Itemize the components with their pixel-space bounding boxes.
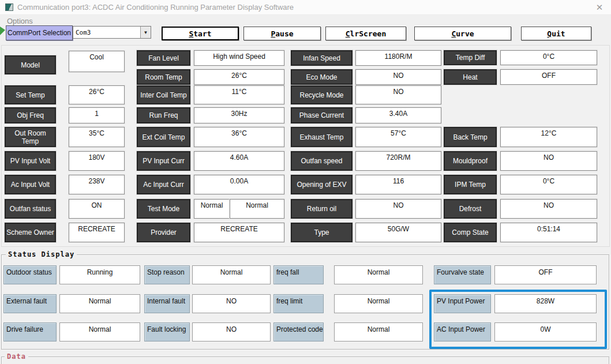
param-label-provider: Provider: [137, 223, 190, 242]
status-label-stop-reason: Stop reason: [144, 265, 190, 284]
param-label-type: Type: [291, 223, 353, 242]
status-label-ac-input-power: AC Input Power: [434, 322, 491, 342]
status-label-pv-input-power: PV Input Power: [434, 294, 491, 313]
quit-button[interactable]: Quit: [521, 27, 591, 40]
param-label-opening-exv: Opening of EXV: [291, 175, 353, 194]
start-button[interactable]: Start: [162, 27, 239, 40]
start-rest: tart: [193, 29, 211, 38]
status-value-outdoor-status: Running: [59, 265, 140, 284]
status-label-protected-code: Protected code: [273, 322, 324, 342]
param-value-exhaust-temp: 57°C: [355, 127, 441, 147]
status-value-protected-code: Normal: [334, 322, 423, 342]
status-label-drive-failure: Drive failure: [3, 322, 57, 342]
param-label-ext-coil-temp: Ext Coil Temp: [137, 127, 190, 147]
close-icon[interactable]: ✕: [592, 2, 607, 13]
menu-options[interactable]: Options: [5, 16, 35, 26]
param-value-heat: OFF: [500, 69, 597, 85]
param-label-ac-input-volt: Ac Input Volt: [5, 175, 56, 194]
param-label-mouldproof: Mouldproof: [444, 151, 497, 171]
status-label-freq-limit: freq limit: [273, 294, 324, 313]
param-value-comp-state: 0:51:14: [500, 223, 597, 242]
param-value-back-temp: 12°C: [500, 127, 597, 147]
param-label-test-mode: Test Mode: [137, 199, 190, 219]
param-value-fan-level: High wind Speed: [194, 50, 284, 66]
param-label-recycle-mode: Recycle Mode: [291, 85, 353, 104]
param-value-phase-current: 3.40A: [355, 107, 441, 123]
param-label-out-room-temp: Out Room Temp: [5, 127, 56, 147]
param-label-defrost: Defrost: [444, 199, 497, 219]
param-label-scheme-owner: Scheme Owner: [5, 223, 56, 242]
curve-accel: C: [451, 29, 456, 38]
param-label-heat: Heat: [444, 69, 497, 85]
param-label-comp-state: Comp State: [444, 223, 497, 242]
param-value-eco-mode: NO: [355, 69, 441, 85]
param-value-ac-input-volt: 238V: [69, 175, 125, 194]
param-value-ipm-temp: 0°C: [500, 175, 597, 194]
param-label-exhaust-temp: Exhaust Temp: [291, 127, 353, 147]
chevron-down-icon[interactable]: ▼: [140, 27, 151, 38]
quit-accel: Q: [547, 29, 552, 38]
param-label-ac-input-curr: Ac Input Curr: [137, 175, 190, 194]
param-label-outfan-speed: Outfan speed: [291, 151, 353, 171]
param-label-ipm-temp: IPM Temp: [444, 175, 497, 194]
status-value-fourvalve-state: OFF: [494, 265, 597, 284]
param-label-model: Model: [5, 55, 56, 74]
param-value-pv-input-volt: 180V: [69, 151, 125, 171]
param-value-outfan-status: ON: [69, 199, 125, 219]
param-value-temp-diff: 0°C: [500, 50, 597, 65]
quit-rest: uit: [552, 29, 565, 38]
param-value-scheme-owner: RECREATE: [69, 223, 125, 242]
param-value-provider: RECREATE: [194, 223, 284, 242]
param-value-test-mode-1: Normal: [194, 199, 230, 219]
status-value-internal-fault: NO: [192, 294, 271, 313]
param-label-fan-level: Fan Level: [137, 50, 190, 66]
param-value-room-temp: 26°C: [194, 69, 284, 85]
status-label-freq-fall: freq fall: [273, 265, 324, 284]
param-value-inter-coil-temp: 11°C: [194, 85, 284, 104]
param-label-back-temp: Back Temp: [444, 127, 497, 147]
status-display-legend: Status Display: [6, 250, 77, 258]
status-value-freq-fall: Normal: [334, 265, 423, 284]
param-label-set-temp: Set Temp: [5, 85, 56, 104]
param-label-eco-mode: Eco Mode: [291, 69, 353, 85]
param-label-room-temp: Room Temp: [137, 69, 190, 85]
param-label-obj-freq: Obj Freq: [5, 107, 56, 123]
status-label-fault-locking: Fault locking: [144, 322, 190, 342]
param-value-recycle-mode: NO: [355, 85, 441, 104]
clrscreen-accel: C: [346, 29, 350, 38]
param-value-set-temp: 26°C: [69, 85, 125, 104]
status-label-fourvalve-state: Fourvalve state: [434, 265, 491, 284]
param-value-return-oil: NO: [355, 199, 441, 219]
param-value-pv-input-curr: 4.60A: [194, 151, 284, 171]
status-value-external-fault: Normal: [59, 294, 140, 313]
commport-combobox[interactable]: Com3 ▼: [73, 26, 151, 39]
status-label-external-fault: External fault: [3, 294, 57, 313]
param-label-inter-coil-temp: Inter Coil Temp: [137, 85, 190, 104]
status-label-outdoor-status: Outdoor status: [3, 265, 57, 284]
clrscreen-button[interactable]: ClrScreen: [325, 27, 406, 40]
param-value-opening-exv: 116: [355, 175, 441, 194]
param-label-return-oil: Return oil: [291, 199, 353, 219]
title-bar: Communication port3: ACDC Air Conditioni…: [0, 0, 611, 15]
window-title: Communication port3: ACDC Air Conditioni…: [17, 3, 294, 12]
pause-button[interactable]: Pause: [243, 27, 321, 40]
param-label-infan-speed: Infan Speed: [291, 50, 353, 66]
param-value-test-mode-2: Normal: [230, 199, 284, 219]
param-label-pv-input-volt: PV Input Volt: [5, 151, 56, 171]
param-label-pv-input-curr: PV Input Curr: [137, 151, 190, 171]
status-value-fault-locking: NO: [192, 322, 271, 342]
status-value-ac-input-power: 0W: [494, 322, 597, 342]
param-value-out-room-temp: 35°C: [69, 127, 125, 147]
param-value-obj-freq: 1: [69, 107, 125, 123]
commport-selected-value: Com3: [73, 29, 140, 36]
status-value-freq-limit: Normal: [334, 294, 423, 313]
pause-accel: P: [271, 29, 275, 38]
pause-rest: ause: [275, 29, 293, 38]
curve-button[interactable]: Curve: [414, 27, 511, 40]
param-label-temp-diff: Temp Diff: [444, 50, 497, 65]
param-value-defrost: NO: [500, 199, 597, 219]
param-value-outfan-speed: 720R/M: [355, 151, 441, 171]
cursor-icon: [0, 27, 5, 35]
start-accel: S: [189, 29, 193, 38]
data-legend: Data: [5, 352, 28, 361]
